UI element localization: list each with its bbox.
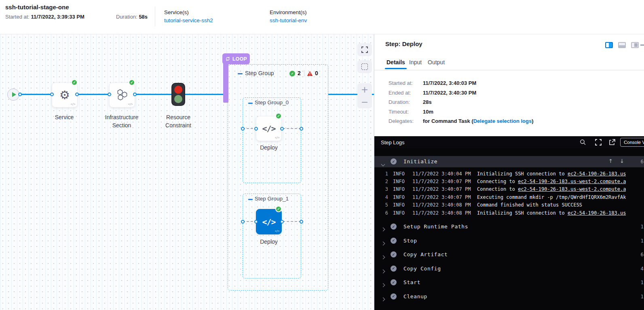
console-view-toggle[interactable]: Console View: [620, 138, 644, 147]
node-label: Resource Constraint: [154, 114, 203, 129]
check-circle-icon: ✓: [391, 279, 397, 285]
code-icon: </>: [275, 230, 279, 233]
layout-bottom-icon[interactable]: [618, 42, 626, 48]
log-timestamp: 11/7/2022 3:40:08 PM: [412, 202, 472, 208]
traffic-green-light: [174, 95, 182, 103]
log-section-row[interactable]: ✓ Copy Config 4: [374, 261, 644, 276]
layout-right-active-icon[interactable]: [605, 42, 613, 48]
log-line-number: 2: [382, 179, 388, 184]
play-icon: [12, 92, 16, 97]
success-badge: ✓: [71, 79, 78, 86]
tab-input[interactable]: Input: [409, 59, 422, 65]
pipeline-canvas[interactable]: ⚙ </> ✓ Service </> ✓ Infrastructure Sec…: [0, 34, 374, 310]
pipeline-start-node[interactable]: [7, 89, 19, 101]
delegate-selection-logs-link[interactable]: Delegate selection logs: [473, 118, 532, 124]
code-icon: </>: [275, 136, 279, 139]
log-section-count: 6: [640, 251, 644, 257]
loop-icon: [225, 57, 230, 61]
step-group-1-box: [243, 194, 301, 278]
log-host-link[interactable]: ec2-54-190-26-183.us: [568, 210, 626, 216]
port: [18, 93, 22, 96]
search-icon[interactable]: [580, 139, 586, 146]
log-timestamp: 11/7/2022 3:40:04 PM: [412, 171, 472, 177]
detail-label: Started at:: [389, 80, 413, 86]
deploy-step-node-0[interactable]: </> </>: [256, 116, 282, 141]
port: [75, 93, 79, 96]
log-section-count: 1: [640, 279, 644, 285]
log-section-name: Stop: [403, 238, 417, 244]
chevron-down-icon: [382, 160, 384, 167]
log-host-link[interactable]: ec2-54-190-26-183.us: [568, 171, 626, 177]
port: [50, 93, 54, 96]
log-section-row[interactable]: ✓ Copy Artifact 6: [374, 247, 644, 261]
log-host-link[interactable]: ec2-54-190-26-183.us-west-2.compute.a: [518, 179, 626, 184]
log-section-count: 1: [640, 293, 644, 299]
log-section-row[interactable]: ✓ Stop 1: [374, 234, 644, 248]
hexagons-icon: [115, 89, 129, 101]
port: [241, 220, 245, 224]
log-timestamp: 11/7/2022 3:40:07 PM: [412, 194, 472, 200]
stage-started-at: Started at: 11/7/2022, 3:39:33 PM: [5, 14, 84, 20]
step-logs-bar: Step Logs Console View: [374, 136, 644, 148]
log-timestamp: 11/7/2022 3:40:07 PM: [412, 179, 472, 184]
log-section-row[interactable]: ✓ Cleanup 1: [374, 289, 644, 304]
log-timestamp: 11/7/2022 3:40:08 PM: [412, 210, 472, 216]
chevron-right-icon: [382, 225, 384, 232]
check-circle-icon: ✓: [391, 238, 397, 244]
log-line-number: 6: [382, 210, 388, 216]
log-timestamp: 11/7/2022 3:40:07 PM: [412, 186, 472, 192]
canvas-fullscreen-button[interactable]: [357, 43, 372, 56]
check-circle-icon: ✓: [391, 158, 397, 164]
service-node[interactable]: ⚙ </>: [52, 82, 78, 108]
tab-details[interactable]: Details: [386, 59, 405, 65]
port: [108, 93, 111, 96]
active-tab-underline: [385, 68, 407, 69]
log-section-row[interactable]: ✓ Start 1: [374, 275, 644, 289]
detail-value: for Command Task (Delegate selection log…: [423, 118, 534, 124]
port: [254, 220, 258, 224]
chevron-right-icon: [382, 239, 384, 247]
detail-value: 28s: [423, 99, 432, 105]
log-message: Initializing SSH connection to ec2-54-19…: [477, 210, 626, 216]
port: [300, 220, 303, 224]
open-external-icon[interactable]: [609, 139, 615, 146]
port: [300, 127, 303, 131]
detail-value: 11/7/2022, 3:40:03 PM: [423, 80, 476, 86]
log-line-number: 3: [382, 186, 388, 192]
code-icon: </>: [71, 103, 75, 106]
minimize-icon[interactable]: [640, 44, 644, 46]
environment-link[interactable]: ssh-tutorial-env: [270, 17, 307, 23]
layout-split-icon[interactable]: [631, 42, 639, 48]
check-circle-icon: ✓: [391, 293, 397, 299]
infrastructure-node[interactable]: </>: [109, 82, 135, 108]
log-section-row[interactable]: ✓ Setup Runtime Paths 1: [374, 219, 644, 234]
expand-fullscreen-icon[interactable]: [595, 139, 602, 146]
detail-row: Timeout: 10m: [374, 108, 644, 117]
step-logs-title: Step Logs: [381, 139, 405, 146]
chevron-right-icon: [382, 267, 384, 274]
chevron-right-icon: [382, 295, 384, 302]
tab-output[interactable]: Output: [428, 59, 445, 65]
scroll-bottom-icon[interactable]: ↓: [620, 158, 624, 164]
deploy-step-node-1-selected[interactable]: </> </>: [256, 209, 282, 234]
step-details-panel: Step: Deploy Details Input Output Starte…: [374, 34, 644, 310]
log-section-count: 1: [640, 224, 644, 230]
code-icon: </>: [128, 103, 133, 106]
log-section-name: Start: [403, 279, 420, 285]
scroll-top-icon[interactable]: ↑: [608, 158, 613, 164]
log-lines: 1 INFO 11/7/2022 3:40:04 PM Initializing…: [374, 170, 644, 217]
log-message: Executing command mkdir -p /tmp/QWrdHfIQ…: [477, 194, 626, 200]
fullscreen-icon: [361, 46, 368, 53]
service-link[interactable]: tutorial-service-ssh2: [164, 17, 213, 23]
detail-row: Duration: 28s: [374, 98, 644, 108]
zoom-out-icon[interactable]: −: [361, 98, 368, 107]
log-host-link[interactable]: ec2-54-190-26-183.us-west-2.compute.a: [518, 186, 626, 192]
resource-constraint-node[interactable]: [171, 83, 185, 106]
header-divider: [155, 6, 155, 27]
zoom-in-icon[interactable]: +: [361, 85, 368, 94]
log-section-initialize[interactable]: ✓ Initialize ↑ ↓ 6: [374, 156, 644, 167]
check-circle-icon: ✓: [391, 266, 397, 272]
port: [241, 127, 245, 131]
canvas-select-button[interactable]: [357, 60, 372, 73]
log-line: 1 INFO 11/7/2022 3:40:04 PM Initializing…: [374, 170, 644, 177]
